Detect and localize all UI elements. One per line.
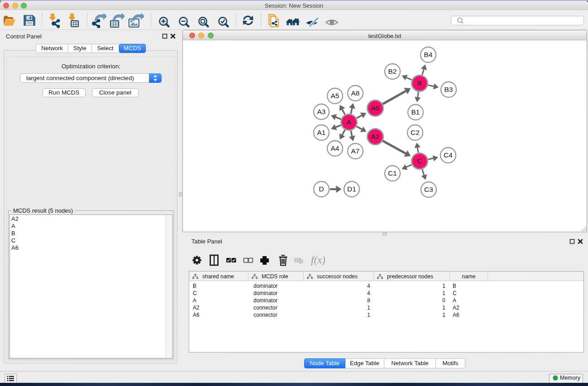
svg-text:B3: B3 <box>445 86 453 93</box>
svg-text:B2: B2 <box>388 67 397 75</box>
svg-text:B4: B4 <box>424 51 433 58</box>
svg-text:A1: A1 <box>317 129 326 136</box>
svg-text:C2: C2 <box>411 129 420 136</box>
svg-text:C: C <box>417 157 422 165</box>
svg-text:A8: A8 <box>351 89 360 97</box>
svg-text:A6: A6 <box>371 104 380 112</box>
svg-text:B: B <box>417 79 422 87</box>
svg-text:A: A <box>347 118 352 126</box>
svg-text:C1: C1 <box>388 169 397 177</box>
svg-text:A7: A7 <box>351 147 360 155</box>
svg-text:A5: A5 <box>331 92 339 100</box>
svg-text:A4: A4 <box>331 144 339 152</box>
svg-text:A3: A3 <box>317 108 326 115</box>
svg-text:A2: A2 <box>371 133 380 140</box>
svg-text:D: D <box>319 185 324 193</box>
svg-text:B1: B1 <box>411 108 420 116</box>
svg-text:Memory: Memory <box>560 375 581 381</box>
svg-text:C4: C4 <box>444 151 453 159</box>
svg-text:C3: C3 <box>424 186 433 193</box>
svg-text:D1: D1 <box>347 185 356 193</box>
